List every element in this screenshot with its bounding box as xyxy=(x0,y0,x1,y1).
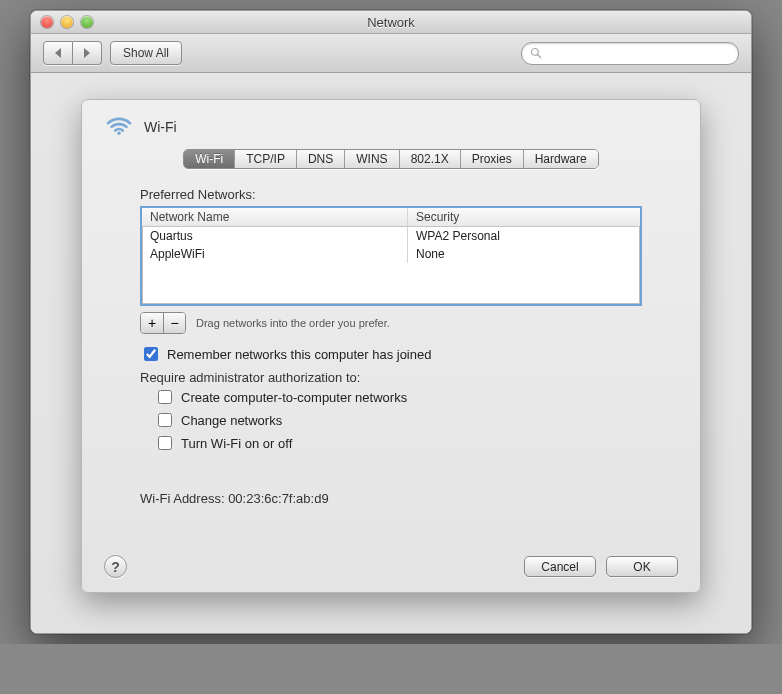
cell-network-name: AppleWiFi xyxy=(142,245,408,263)
titlebar: Network xyxy=(31,11,751,34)
tab-wi-fi[interactable]: Wi-Fi xyxy=(184,150,235,168)
cell-security: None xyxy=(408,245,640,263)
content-area: Wi-Fi Wi-FiTCP/IPDNSWINS802.1XProxiesHar… xyxy=(31,73,751,633)
cancel-button[interactable]: Cancel xyxy=(524,556,596,577)
remove-network-button[interactable]: − xyxy=(163,313,185,333)
wifi-address-value: 00:23:6c:7f:ab:d9 xyxy=(228,491,328,506)
admin-auth-checkbox[interactable] xyxy=(158,413,172,427)
admin-auth-option[interactable]: Turn Wi-Fi on or off xyxy=(154,433,642,453)
svg-point-2 xyxy=(117,132,120,135)
back-button[interactable] xyxy=(43,41,73,65)
nav-back-forward xyxy=(43,41,102,65)
drag-hint: Drag networks into the order you prefer. xyxy=(196,317,390,329)
table-controls: + − Drag networks into the order you pre… xyxy=(140,312,642,334)
search-icon xyxy=(530,47,542,59)
wifi-advanced-sheet: Wi-Fi Wi-FiTCP/IPDNSWINS802.1XProxiesHar… xyxy=(81,99,701,593)
add-remove-buttons: + − xyxy=(140,312,186,334)
remember-networks-input[interactable] xyxy=(144,347,158,361)
remember-networks-checkbox[interactable]: Remember networks this computer has join… xyxy=(140,344,642,364)
admin-auth-option[interactable]: Change networks xyxy=(154,410,642,430)
chevron-left-icon xyxy=(55,48,61,58)
tab-tcp-ip[interactable]: TCP/IP xyxy=(235,150,297,168)
tab-wins[interactable]: WINS xyxy=(345,150,399,168)
help-button[interactable]: ? xyxy=(104,555,127,578)
search-input[interactable] xyxy=(547,45,730,61)
wifi-tab-body: Preferred Networks: Network Name Securit… xyxy=(140,181,642,506)
admin-auth-label: Turn Wi-Fi on or off xyxy=(181,436,292,451)
table-row[interactable]: QuartusWPA2 Personal xyxy=(142,227,640,245)
admin-auth-label: Change networks xyxy=(181,413,282,428)
toolbar: Show All xyxy=(31,34,751,73)
search-field[interactable] xyxy=(521,42,739,65)
column-security[interactable]: Security xyxy=(408,208,640,227)
sheet-header: Wi-Fi xyxy=(104,114,678,139)
require-admin-label: Require administrator authorization to: xyxy=(140,370,642,385)
ok-button[interactable]: OK xyxy=(606,556,678,577)
wifi-address: Wi-Fi Address: 00:23:6c:7f:ab:d9 xyxy=(140,491,642,506)
network-preferences-window: Network Show All Wi-Fi Wi-FiTCP/IPDNSWIN… xyxy=(30,10,752,634)
window-title: Network xyxy=(31,15,751,30)
admin-auth-option[interactable]: Create computer-to-computer networks xyxy=(154,387,642,407)
show-all-button[interactable]: Show All xyxy=(110,41,182,65)
tab-hardware[interactable]: Hardware xyxy=(524,150,598,168)
sheet-title: Wi-Fi xyxy=(144,119,177,135)
column-network-name[interactable]: Network Name xyxy=(142,208,408,227)
tab-bar: Wi-FiTCP/IPDNSWINS802.1XProxiesHardware xyxy=(183,149,598,169)
svg-line-1 xyxy=(538,55,541,58)
preferred-networks-label: Preferred Networks: xyxy=(140,187,642,202)
tab-dns[interactable]: DNS xyxy=(297,150,345,168)
cell-security: WPA2 Personal xyxy=(408,227,640,245)
admin-auth-checkbox[interactable] xyxy=(158,436,172,450)
tab-802-1x[interactable]: 802.1X xyxy=(400,150,461,168)
wifi-address-label: Wi-Fi Address: xyxy=(140,491,225,506)
chevron-right-icon xyxy=(84,48,90,58)
tab-proxies[interactable]: Proxies xyxy=(461,150,524,168)
admin-auth-label: Create computer-to-computer networks xyxy=(181,390,407,405)
remember-networks-label: Remember networks this computer has join… xyxy=(167,347,431,362)
forward-button[interactable] xyxy=(73,41,102,65)
admin-auth-options: Create computer-to-computer networksChan… xyxy=(154,387,642,453)
table-row[interactable]: AppleWiFiNone xyxy=(142,245,640,263)
wifi-icon xyxy=(104,114,134,139)
cell-network-name: Quartus xyxy=(142,227,408,245)
add-network-button[interactable]: + xyxy=(141,313,163,333)
preferred-networks-table[interactable]: Network Name Security QuartusWPA2 Person… xyxy=(140,206,642,306)
admin-auth-checkbox[interactable] xyxy=(158,390,172,404)
sheet-footer: ? Cancel OK xyxy=(104,555,678,578)
